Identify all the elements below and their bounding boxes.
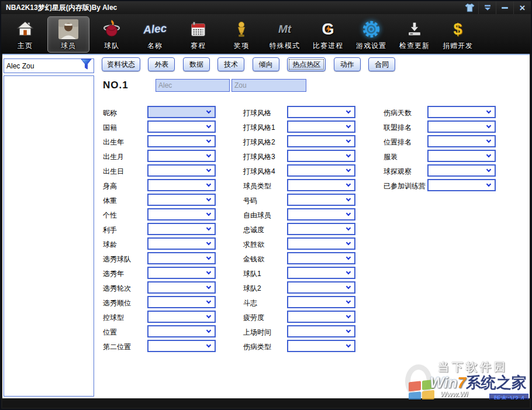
field-dropdown[interactable]	[287, 252, 355, 264]
field-dropdown[interactable]	[147, 179, 216, 191]
team-heat-logo-icon	[102, 18, 121, 41]
field-row: 身高	[102, 179, 242, 194]
field-dropdown[interactable]	[147, 208, 216, 220]
chevron-down-icon	[206, 328, 211, 333]
field-dropdown[interactable]	[427, 106, 496, 118]
field-dropdown[interactable]	[147, 267, 216, 279]
field-dropdown[interactable]	[287, 340, 355, 352]
player-search-box[interactable]	[4, 58, 94, 73]
field-dropdown[interactable]	[287, 296, 355, 308]
tab-tendency[interactable]: 倾向	[253, 57, 279, 71]
field-label: 忠诚度	[243, 225, 264, 235]
chevron-down-icon	[206, 284, 211, 289]
field-dropdown[interactable]	[147, 340, 216, 352]
watermark-url: Www.Wi	[440, 390, 468, 398]
field-row: 打球风格1	[242, 120, 382, 135]
field-label: 求胜欲	[243, 240, 264, 250]
field-dropdown[interactable]	[147, 252, 216, 264]
toolbar-label: 游戏设置	[356, 41, 386, 51]
player-list[interactable]	[4, 75, 94, 397]
search-input[interactable]	[4, 61, 81, 71]
field-dropdown[interactable]	[427, 120, 496, 133]
toolbar-item-team[interactable]: 球队	[91, 16, 133, 53]
field-dropdown[interactable]	[147, 281, 216, 294]
field-dropdown[interactable]	[287, 135, 355, 147]
toolbar-label: 比赛进程	[313, 41, 343, 51]
field-label: 选秀顺位	[103, 298, 131, 308]
first-name-field[interactable]	[156, 79, 230, 92]
chevron-down-icon	[346, 211, 351, 216]
field-dropdown[interactable]	[147, 135, 216, 147]
toolbar-item-donate[interactable]: $ 捐赠开发	[437, 16, 479, 53]
field-dropdown[interactable]	[147, 106, 216, 118]
field-dropdown[interactable]	[287, 179, 355, 191]
toolbar-item-check-update[interactable]: 检查更新	[393, 16, 436, 53]
field-dropdown[interactable]	[287, 311, 355, 323]
toolbar-item-game-settings[interactable]: 游戏设置	[350, 16, 392, 53]
field-dropdown[interactable]	[287, 267, 355, 279]
field-dropdown[interactable]	[147, 194, 216, 206]
field-dropdown[interactable]	[427, 179, 496, 191]
field-label: 控球型	[103, 313, 124, 323]
toolbar-label: 主页	[18, 41, 33, 51]
field-row: 忠诚度	[242, 223, 382, 237]
field-dropdown[interactable]	[287, 106, 355, 118]
field-dropdown[interactable]	[287, 281, 355, 294]
chevron-down-icon	[346, 109, 351, 113]
toolbar-label: 捐赠开发	[443, 41, 473, 51]
toolbar-label: 名称	[147, 41, 163, 51]
collapse-menu-icon[interactable]	[478, 1, 496, 14]
field-label: 球员类型	[243, 181, 271, 191]
tab-animations[interactable]: 动作	[334, 57, 361, 71]
field-label: 斗志	[243, 298, 257, 308]
toolbar-item-home[interactable]: 主页	[4, 16, 46, 53]
close-button[interactable]: ×	[513, 1, 531, 14]
jersey-icon[interactable]	[461, 1, 478, 14]
tab-contract[interactable]: 合同	[368, 57, 395, 71]
field-row: 号码	[242, 194, 382, 208]
field-dropdown[interactable]	[287, 208, 355, 220]
tab-profile-status[interactable]: 资料状态	[102, 57, 140, 71]
toolbar-item-names[interactable]: Alec 名称	[134, 16, 176, 53]
funnel-icon[interactable]	[81, 58, 92, 73]
field-label: 身高	[103, 181, 117, 191]
toolbar-label: 赛程	[191, 41, 206, 51]
field-dropdown[interactable]	[147, 120, 216, 133]
chevron-down-icon	[206, 270, 211, 274]
field-label: 第二位置	[103, 342, 131, 352]
field-dropdown[interactable]	[287, 237, 355, 250]
minimize-button[interactable]	[496, 1, 513, 14]
field-dropdown[interactable]	[147, 150, 216, 162]
field-dropdown[interactable]	[287, 164, 355, 177]
chevron-down-icon	[346, 138, 351, 143]
field-dropdown[interactable]	[287, 120, 355, 133]
field-label: 打球风格	[243, 108, 271, 118]
field-dropdown[interactable]	[147, 164, 216, 177]
field-dropdown[interactable]	[427, 135, 496, 147]
field-row: 球队2	[242, 281, 382, 296]
field-dropdown[interactable]	[427, 150, 496, 162]
field-dropdown[interactable]	[427, 164, 496, 177]
tab-appearance[interactable]: 外表	[148, 57, 175, 71]
field-dropdown[interactable]	[287, 223, 355, 235]
toolbar-item-special-mode[interactable]: Mt 特殊模式	[264, 16, 306, 53]
field-dropdown[interactable]	[287, 325, 355, 337]
field-dropdown[interactable]	[147, 223, 216, 235]
field-dropdown[interactable]	[147, 325, 216, 337]
toolbar-item-schedule[interactable]: 赛程	[177, 16, 219, 53]
field-dropdown[interactable]	[147, 311, 216, 323]
toolbar-item-game-progress[interactable]: G 比赛进程	[307, 16, 349, 53]
tab-hotspots[interactable]: 热点热区	[287, 57, 326, 71]
field-label: 打球风格3	[243, 152, 275, 162]
field-row: 选秀年	[102, 267, 242, 281]
last-name-field[interactable]	[232, 79, 306, 92]
field-dropdown[interactable]	[147, 296, 216, 308]
field-dropdown[interactable]	[287, 194, 355, 206]
tab-data[interactable]: 数据	[183, 57, 210, 71]
toolbar-item-awards[interactable]: 奖项	[220, 16, 262, 53]
field-row: 选秀顺位	[102, 296, 242, 311]
toolbar-item-player[interactable]: 球员	[47, 16, 89, 53]
field-dropdown[interactable]	[287, 150, 355, 162]
tab-skills[interactable]: 技术	[217, 57, 244, 71]
field-dropdown[interactable]	[147, 237, 216, 250]
